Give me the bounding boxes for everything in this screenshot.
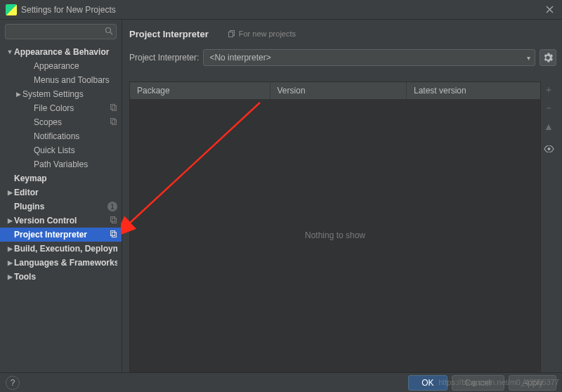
sidebar-item-label: Quick Lists — [34, 145, 117, 155]
search-input[interactable] — [5, 24, 117, 39]
settings-tree: ▼Appearance & BehaviorAppearanceMenus an… — [0, 44, 122, 372]
tree-arrow-icon: ▶ — [6, 217, 14, 224]
up-icon: ▲ — [544, 121, 554, 132]
settings-sidebar: ▼Appearance & BehaviorAppearanceMenus an… — [0, 20, 122, 372]
sidebar-item-file-colors[interactable]: File Colors — [0, 101, 122, 115]
sidebar-item-appearance-behavior[interactable]: ▼Appearance & Behavior — [0, 45, 122, 59]
sidebar-item-label: Tools — [14, 272, 117, 282]
sidebar-item-version-control[interactable]: ▶Version Control — [0, 214, 122, 228]
col-version[interactable]: Version — [270, 82, 407, 99]
sidebar-item-label: Path Variables — [34, 159, 117, 169]
tree-arrow-icon: ▶ — [6, 273, 14, 280]
table-header: Package Version Latest version — [130, 82, 540, 99]
table-body-empty: Nothing to show — [130, 99, 540, 372]
sidebar-item-system-settings[interactable]: ▶System Settings — [0, 87, 122, 101]
close-icon — [546, 6, 554, 13]
svg-rect-7 — [111, 230, 115, 235]
eye-icon — [544, 145, 554, 152]
svg-rect-10 — [228, 32, 233, 37]
sidebar-item-notifications[interactable]: Notifications — [0, 129, 122, 143]
svg-rect-3 — [111, 118, 115, 123]
sidebar-item-menus-and-toolbars[interactable]: Menus and Toolbars — [0, 73, 122, 87]
apply-button[interactable]: Apply — [509, 375, 556, 391]
minus-icon: － — [544, 102, 554, 115]
sidebar-item-label: System Settings — [22, 89, 117, 99]
bottom-bar: ? OK Cancel Apply — [0, 372, 562, 392]
sidebar-item-tools[interactable]: ▶Tools — [0, 270, 122, 284]
interpreter-label: Project Interpreter: — [129, 53, 199, 63]
sidebar-item-label: Project Interpreter — [14, 230, 110, 240]
tree-arrow-icon: ▶ — [6, 189, 14, 196]
sidebar-item-label: File Colors — [34, 103, 110, 113]
search-icon — [105, 27, 113, 35]
project-scope-icon — [110, 118, 117, 127]
package-actions: ＋ － ▲ — [541, 81, 556, 372]
sidebar-item-label: Editor — [14, 188, 117, 197]
packages-table: Package Version Latest version Nothing t… — [129, 81, 541, 372]
tree-arrow-icon: ▶ — [6, 259, 14, 266]
title-bar: Settings for New Projects — [0, 0, 562, 20]
interpreter-settings-button[interactable] — [540, 49, 556, 66]
sidebar-item-quick-lists[interactable]: Quick Lists — [0, 143, 122, 157]
close-button[interactable] — [542, 3, 556, 17]
svg-point-0 — [106, 28, 111, 33]
sidebar-item-languages-frameworks[interactable]: ▶Languages & Frameworks — [0, 256, 122, 270]
col-package[interactable]: Package — [130, 82, 270, 99]
ok-button[interactable]: OK — [408, 375, 447, 391]
plus-icon: ＋ — [544, 84, 554, 96]
upgrade-package-button[interactable]: ▲ — [543, 121, 554, 132]
tree-arrow-icon: ▶ — [6, 245, 14, 252]
sidebar-item-label: Menus and Toolbars — [34, 75, 117, 85]
svg-point-11 — [547, 148, 550, 150]
copy-icon — [228, 30, 236, 38]
project-scope-icon — [110, 104, 117, 113]
sidebar-item-path-variables[interactable]: Path Variables — [0, 157, 122, 171]
sidebar-item-plugins[interactable]: Plugins1 — [0, 200, 122, 214]
svg-rect-6 — [112, 218, 117, 223]
sidebar-item-label: Version Control — [14, 216, 110, 226]
svg-rect-4 — [112, 119, 117, 124]
sidebar-item-project-interpreter[interactable]: Project Interpreter — [0, 228, 122, 242]
svg-rect-1 — [111, 104, 115, 109]
window-title: Settings for New Projects — [21, 5, 542, 15]
remove-package-button[interactable]: － — [543, 103, 554, 114]
sidebar-item-label: Plugins — [14, 202, 107, 211]
sidebar-item-keymap[interactable]: Keymap — [0, 171, 122, 185]
sidebar-item-label: Keymap — [14, 174, 117, 183]
tree-arrow-icon: ▼ — [6, 48, 14, 55]
for-new-projects-label: For new projects — [228, 30, 296, 38]
help-button[interactable]: ? — [6, 376, 20, 390]
sidebar-item-label: Appearance & Behavior — [14, 47, 117, 57]
sidebar-item-label: Notifications — [34, 131, 117, 141]
update-badge: 1 — [107, 202, 117, 211]
sidebar-item-appearance[interactable]: Appearance — [0, 59, 122, 73]
interpreter-value: <No interpreter> — [209, 53, 270, 63]
svg-rect-8 — [112, 232, 117, 237]
app-icon — [6, 4, 17, 15]
gear-icon — [543, 53, 553, 63]
sidebar-item-label: Build, Execution, Deployment — [14, 244, 117, 254]
svg-rect-2 — [112, 105, 117, 110]
for-new-projects-text: For new projects — [239, 30, 296, 38]
project-scope-icon — [110, 216, 117, 226]
page-title: Project Interpreter — [129, 29, 209, 39]
interpreter-dropdown[interactable]: <No interpreter> ▾ — [203, 49, 535, 66]
sidebar-item-label: Languages & Frameworks — [14, 258, 117, 268]
empty-text: Nothing to show — [305, 230, 365, 240]
show-early-releases-button[interactable] — [543, 143, 554, 155]
tree-arrow-icon: ▶ — [14, 91, 22, 98]
content-pane: Project Interpreter For new projects Pro… — [122, 20, 562, 372]
col-latest[interactable]: Latest version — [407, 82, 540, 99]
chevron-down-icon: ▾ — [527, 54, 530, 62]
sidebar-item-label: Scopes — [34, 117, 110, 127]
svg-rect-5 — [111, 216, 115, 221]
sidebar-item-label: Appearance — [34, 61, 117, 71]
project-scope-icon — [110, 230, 117, 240]
sidebar-item-editor[interactable]: ▶Editor — [0, 185, 122, 200]
cancel-button[interactable]: Cancel — [452, 375, 504, 391]
add-package-button[interactable]: ＋ — [543, 84, 554, 96]
sidebar-item-build-execution-deployment[interactable]: ▶Build, Execution, Deployment — [0, 242, 122, 256]
sidebar-item-scopes[interactable]: Scopes — [0, 115, 122, 129]
